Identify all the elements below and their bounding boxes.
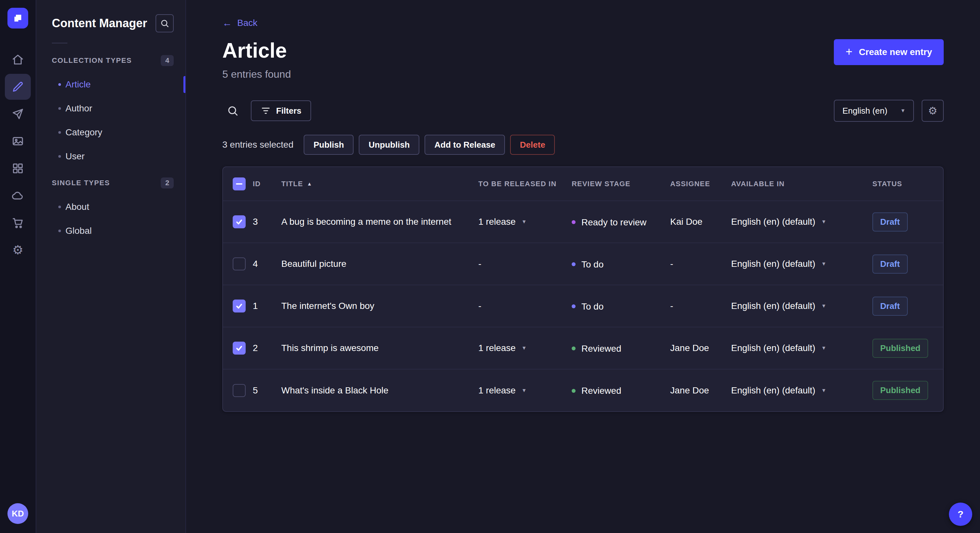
- nav-deploy[interactable]: [5, 182, 31, 209]
- unpublish-button[interactable]: Unpublish: [359, 135, 419, 155]
- search-button[interactable]: [222, 100, 243, 121]
- nav-content-manager[interactable]: [5, 74, 31, 100]
- release-dropdown[interactable]: 1 release▼: [478, 217, 527, 227]
- home-icon: [12, 54, 24, 66]
- chevron-down-icon: ▼: [821, 388, 826, 393]
- back-arrow-icon: ←: [222, 18, 232, 28]
- row-checkbox[interactable]: [233, 257, 246, 270]
- sort-ascending-icon: ▲: [307, 181, 312, 187]
- image-icon: [12, 135, 24, 148]
- column-header-status: STATUS: [872, 167, 943, 201]
- bullet-icon: [58, 83, 61, 86]
- assignee: -: [670, 243, 731, 285]
- sidebar-item-about[interactable]: About: [36, 195, 185, 219]
- row-locale-dropdown[interactable]: English (en) (default)▼: [731, 385, 826, 396]
- row-locale-dropdown[interactable]: English (en) (default)▼: [731, 259, 826, 269]
- entries-table: ID TITLE▲ TO BE RELEASED IN REVIEW STAGE…: [222, 167, 944, 412]
- assignee: Jane Doe: [670, 327, 731, 369]
- assignee: -: [670, 285, 731, 327]
- sidebar-item-category[interactable]: Category: [36, 121, 185, 144]
- nav-releases[interactable]: [5, 101, 31, 127]
- review-stage: Ready to review: [581, 217, 646, 227]
- nav-home[interactable]: [5, 47, 31, 73]
- row-id: 2: [253, 327, 281, 369]
- locale-select[interactable]: English (en) ▼: [834, 100, 914, 122]
- column-header-stage: REVIEW STAGE: [572, 167, 670, 201]
- sidebar-item-author[interactable]: Author: [36, 97, 185, 121]
- status-badge: Published: [872, 381, 928, 400]
- app-root: ⚙︎ KD Content Manager COLLECTION TYPES 4…: [0, 0, 980, 533]
- user-avatar[interactable]: KD: [8, 503, 28, 524]
- sidebar-section-header[interactable]: SINGLE TYPES 2: [36, 172, 185, 194]
- nav-content-type-builder[interactable]: [5, 155, 31, 181]
- table-row[interactable]: 5 What's inside a Black Hole 1 release▼ …: [223, 369, 943, 411]
- sidebar-item-user[interactable]: User: [36, 144, 185, 168]
- publish-button[interactable]: Publish: [304, 135, 353, 155]
- sidebar-title: Content Manager: [52, 16, 147, 30]
- column-header-title[interactable]: TITLE▲: [281, 167, 478, 201]
- table-row[interactable]: 1 The internet's Own boy -▼ To do - Engl…: [223, 285, 943, 327]
- row-id: 4: [253, 243, 281, 285]
- review-stage: To do: [581, 259, 604, 269]
- filters-button[interactable]: Filters: [251, 100, 311, 121]
- sidebar-divider: [52, 43, 67, 43]
- help-button[interactable]: ?: [949, 503, 972, 526]
- select-all-checkbox[interactable]: [233, 178, 246, 190]
- row-checkbox[interactable]: [233, 384, 246, 397]
- sidebar-item-global[interactable]: Global: [36, 219, 185, 243]
- section-count-badge: 2: [161, 178, 174, 189]
- nav-settings[interactable]: ⚙︎: [5, 237, 31, 263]
- pen-icon: [12, 81, 24, 93]
- sidebar-search-button[interactable]: [156, 14, 174, 32]
- locale-value: English (en): [842, 106, 887, 116]
- row-checkbox[interactable]: [233, 300, 246, 313]
- gear-icon: ⚙︎: [928, 105, 937, 117]
- row-locale-dropdown[interactable]: English (en) (default)▼: [731, 301, 826, 311]
- row-locale-dropdown[interactable]: English (en) (default)▼: [731, 217, 826, 227]
- view-settings-button[interactable]: ⚙︎: [922, 100, 944, 122]
- release-dropdown[interactable]: 1 release▼: [478, 343, 527, 353]
- row-locale-dropdown[interactable]: English (en) (default)▼: [731, 343, 826, 353]
- gear-icon: ⚙︎: [12, 244, 23, 256]
- column-header-id[interactable]: ID: [253, 167, 281, 201]
- release-dropdown: -▼: [478, 259, 481, 269]
- main-content: ← Back Article 5 entries found + Create …: [186, 0, 980, 533]
- sidebar-item-article[interactable]: Article: [36, 73, 185, 97]
- assignee: Jane Doe: [670, 369, 731, 411]
- row-id: 1: [253, 285, 281, 327]
- rail-items: ⚙︎: [5, 47, 31, 263]
- row-title: What's inside a Black Hole: [281, 385, 388, 395]
- selection-count: 3 entries selected: [222, 140, 293, 150]
- bullet-icon: [58, 230, 61, 232]
- table-row[interactable]: 2 This shrimp is awesome 1 release▼ Revi…: [223, 327, 943, 369]
- main-nav-rail: ⚙︎ KD: [0, 0, 36, 533]
- release-dropdown[interactable]: 1 release▼: [478, 385, 527, 396]
- sidebar-section-header[interactable]: COLLECTION TYPES 4: [36, 50, 185, 71]
- chevron-down-icon: ▼: [821, 261, 826, 266]
- row-checkbox[interactable]: [233, 342, 246, 355]
- row-id: 3: [253, 201, 281, 243]
- status-badge: Draft: [872, 297, 908, 316]
- table-row[interactable]: 3 A bug is becoming a meme on the intern…: [223, 201, 943, 243]
- strapi-logo[interactable]: [8, 8, 28, 29]
- row-checkbox[interactable]: [233, 215, 246, 228]
- chevron-down-icon: ▼: [821, 303, 826, 309]
- plus-icon: +: [845, 46, 852, 58]
- content-manager-sidebar: Content Manager COLLECTION TYPES 4 Artic…: [36, 0, 186, 533]
- bullet-icon: [58, 107, 61, 110]
- create-new-entry-button[interactable]: + Create new entry: [834, 39, 944, 65]
- paper-plane-icon: [12, 108, 24, 120]
- filters-label: Filters: [276, 106, 301, 116]
- stage-dot-icon: [572, 220, 576, 224]
- add-to-release-button[interactable]: Add to Release: [425, 135, 505, 155]
- create-new-entry-label: Create new entry: [859, 47, 932, 57]
- bullet-icon: [58, 131, 61, 134]
- nav-marketplace[interactable]: [5, 210, 31, 236]
- nav-media-library[interactable]: [5, 128, 31, 154]
- back-label: Back: [237, 18, 257, 28]
- delete-button[interactable]: Delete: [510, 135, 555, 155]
- selection-bar: 3 entries selected Publish Unpublish Add…: [222, 135, 944, 155]
- table-row[interactable]: 4 Beautiful picture -▼ To do - English (…: [223, 243, 943, 285]
- back-link[interactable]: ← Back: [222, 18, 257, 28]
- row-id: 5: [253, 369, 281, 411]
